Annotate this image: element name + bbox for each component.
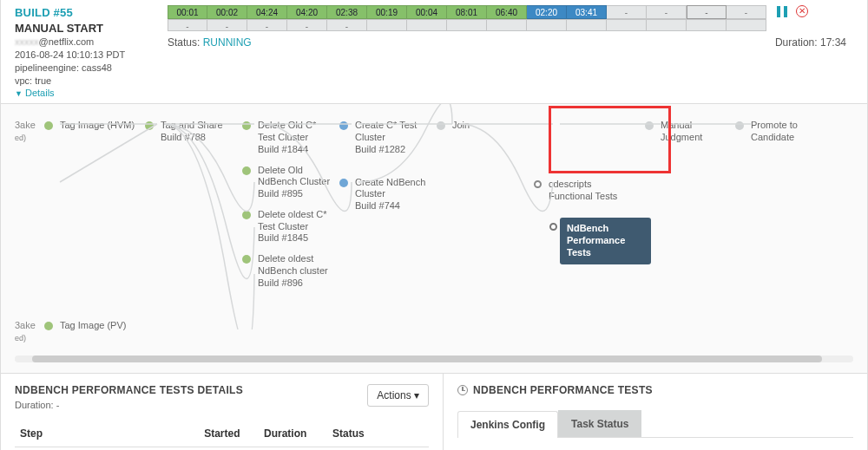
timeline-cell xyxy=(687,19,727,31)
status-label: Status: xyxy=(168,36,200,49)
timeline-cell[interactable]: - xyxy=(727,5,766,19)
node-promote-candidate[interactable]: Promote to Candidate xyxy=(751,120,829,144)
timeline-cell xyxy=(487,19,527,31)
timeline-cell[interactable]: 00:19 xyxy=(367,5,407,19)
lead-text-b: 3akeed) xyxy=(15,320,44,342)
node-delete-old-ndbench-cluster[interactable]: Delete Old NdBench ClusterBuild #895 xyxy=(258,165,336,200)
th-duration: Duration xyxy=(259,421,327,447)
timeline-cell xyxy=(607,19,647,31)
th-status: Status xyxy=(327,421,429,447)
caret-down-icon: ▾ xyxy=(414,389,419,401)
timeline-cell[interactable]: 02:20 xyxy=(527,5,567,19)
timeline-cell xyxy=(527,19,567,31)
timeline-cell: - xyxy=(287,19,327,31)
actions-dropdown[interactable]: Actions ▾ xyxy=(367,384,429,407)
timeline-cell[interactable]: 03:41 xyxy=(567,5,607,19)
timeline-cell xyxy=(727,19,766,31)
timeline-cell xyxy=(447,19,487,31)
timeline-cell xyxy=(407,19,447,31)
timeline-cell: - xyxy=(327,19,367,31)
timeline-cell[interactable]: - xyxy=(607,5,647,19)
node-create-c-cluster[interactable]: Create C* Test ClusterBuild #1282 xyxy=(355,120,433,155)
horizontal-scrollbar[interactable] xyxy=(15,355,853,362)
node-tag-image-hvm[interactable]: Tag Image (HVM) xyxy=(60,120,135,132)
pipeline-engine: pipelineengine: cass48 xyxy=(15,62,168,75)
build-meta: BUILD #55 MANUAL START xxxxx@netflix.com… xyxy=(15,5,168,100)
node-delete-oldest-c-cluster[interactable]: Delete oldest C* Test ClusterBuild #1845 xyxy=(258,209,336,245)
lead-text-a: 3akeed) xyxy=(15,120,44,142)
details-toggle[interactable]: ▼ Details xyxy=(15,87,168,100)
chevron-down-icon: ▼ xyxy=(15,89,23,98)
timeline-cell xyxy=(367,19,407,31)
tab-task-status[interactable]: Task Status xyxy=(558,410,641,437)
cancel-icon[interactable]: ✕ xyxy=(796,5,808,17)
pipeline-graph[interactable]: 3akeed) Tag Image (HVM) Tag and ShareBui… xyxy=(0,104,868,373)
th-step: Step xyxy=(15,421,199,447)
vpc-flag: vpc: true xyxy=(15,75,168,88)
steps-table: Step Started Duration Status NdBench Per… xyxy=(15,421,429,450)
timeline-cell xyxy=(567,19,607,31)
pause-icon[interactable] xyxy=(777,6,787,17)
build-number: BUILD #55 xyxy=(15,5,168,21)
clock-icon xyxy=(457,385,468,395)
timeline-cell xyxy=(647,19,687,31)
user-blurred: xxxxx xyxy=(15,36,39,49)
timeline-cell[interactable]: 04:20 xyxy=(287,5,327,19)
node-create-ndbench-cluster[interactable]: Create NdBench ClusterBuild #744 xyxy=(355,177,433,212)
trigger-type: MANUAL START xyxy=(15,21,168,36)
node-tag-and-share[interactable]: Tag and ShareBuild #788 xyxy=(161,120,223,144)
node-join[interactable]: Join xyxy=(452,120,470,132)
timeline-cell[interactable]: 04:24 xyxy=(247,5,287,19)
timeline-row-1: 00:0100:0204:2404:2002:3800:1900:0408:01… xyxy=(168,5,766,19)
timeline-cell[interactable]: 02:38 xyxy=(327,5,367,19)
timeline-cell: - xyxy=(168,19,207,31)
node-delete-old-c-cluster[interactable]: Delete Old C* Test ClusterBuild #1844 xyxy=(258,120,336,155)
timeline-cell[interactable]: - xyxy=(647,5,687,19)
node-tag-image-pv[interactable]: Tag Image (PV) xyxy=(60,320,126,332)
tab-jenkins-config[interactable]: Jenkins Config xyxy=(457,411,558,438)
node-cdescripts-tests[interactable]: cdescripts Functional Tests xyxy=(549,179,627,203)
th-started: Started xyxy=(199,421,259,447)
user-domain: @netflix.com xyxy=(39,36,95,47)
timeline-row-2: ----- xyxy=(168,19,766,31)
timeline-cell[interactable]: 00:02 xyxy=(207,5,247,19)
node-delete-oldest-ndbench-cluster[interactable]: Delete oldest NdBench clusterBuild #896 xyxy=(258,253,336,289)
timeline-cell[interactable]: 00:04 xyxy=(407,5,447,19)
node-manual-judgment[interactable]: Manual Judgment xyxy=(661,120,735,144)
duration-label: Duration: 17:34 xyxy=(775,36,846,49)
annotation-highlight-box xyxy=(549,106,671,173)
timeline-cell: - xyxy=(247,19,287,31)
timeline-cell[interactable]: 06:40 xyxy=(487,5,527,19)
timeline-cell: - xyxy=(207,19,247,31)
node-ndbench-tests-selected[interactable]: NdBench Performance Tests xyxy=(560,218,651,264)
table-row[interactable]: NdBench Performance Tests - - NOT STARTE… xyxy=(15,447,429,450)
timeline-cell[interactable]: - xyxy=(687,5,727,19)
runstate-title: NDBENCH PERFORMANCE TESTS xyxy=(457,384,853,396)
status-value: RUNNING xyxy=(203,36,252,49)
timeline-cell[interactable]: 08:01 xyxy=(447,5,487,19)
timeline-cell[interactable]: 00:01 xyxy=(168,5,207,19)
build-timestamp: 2016-08-24 10:10:13 PDT xyxy=(15,49,168,62)
